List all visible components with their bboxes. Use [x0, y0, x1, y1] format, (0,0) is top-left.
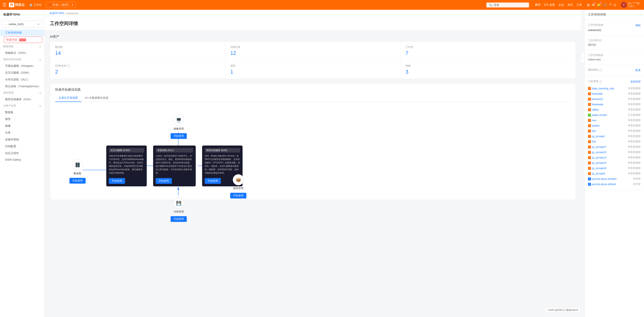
resource-icon: 云: [588, 151, 591, 154]
resource-type: 专有资源组: [628, 161, 640, 165]
sidebar: 机器学习PAI ← online_hz01 ▼ 工作空间详情 快速开始 NEW …: [0, 10, 45, 317]
nav-link-icp[interactable]: ICP 备案: [544, 3, 555, 7]
resource-type: 专有资源组: [628, 134, 640, 138]
workspace-desc-label: 工作空间描述: [588, 53, 640, 57]
resource-name[interactable]: 云 qz_private16: [588, 167, 606, 170]
breadcrumb-workspace: onlinehz01: [66, 12, 79, 15]
resource-name[interactable]: 云 testssdds: [588, 92, 603, 95]
resource-name[interactable]: 云 pai-test-qizuo-another: [588, 177, 617, 180]
tab-ai-bigdata[interactable]: AI+大数据最佳实践: [81, 94, 112, 102]
dlc-start-btn[interactable]: 开始使用: [156, 178, 172, 184]
asset-value[interactable]: 2: [55, 69, 220, 75]
asset-value[interactable]: 12: [230, 50, 395, 56]
resource-name[interactable]: 云 qz_private27: [588, 146, 606, 148]
dlc-desc: 云原生一站式的深度学习训练平台，为您提供灵活、稳定、易用和高性能的机器学习训练环…: [156, 154, 193, 175]
resource-name[interactable]: 云 sdffsd: [588, 108, 599, 111]
search-box[interactable]: 🔍: [486, 2, 529, 7]
right-panel-collapse-btn[interactable]: ›: [581, 52, 584, 63]
workspace-desc-section: 工作空间描述 online test: [584, 50, 644, 65]
sidebar-item-dlc[interactable]: 分布式训练（DLC）: [0, 76, 44, 83]
info-icon[interactable]: ?: [67, 64, 70, 67]
cart-icon[interactable]: 🛒: [603, 3, 607, 7]
list-item: 云 public-cluster 公共资源组: [588, 112, 640, 118]
user-info[interactable]: P pai_*****@... 主账号: [621, 2, 642, 8]
resource-name[interactable]: 云 qz_private9: [588, 172, 605, 175]
compute-info-icon[interactable]: ?: [599, 80, 602, 83]
section-header-ai-asset[interactable]: AI资产管理 ∧: [0, 103, 44, 109]
resource-icon: 云: [588, 103, 591, 106]
chevron-down-icon: ▼: [71, 4, 74, 6]
sidebar-item-experiment[interactable]: 实验对照组: [0, 136, 44, 143]
right-panel-title: 工作空间详情: [588, 13, 606, 16]
section-header-model-dev[interactable]: 模型开发与训练 ∧: [0, 56, 44, 62]
sidebar-item-dsw[interactable]: 交互式建模（DSW）: [0, 69, 44, 76]
sidebar-item-code-config[interactable]: 代码配置: [0, 143, 44, 150]
resource-name[interactable]: 云 rere: [588, 119, 596, 122]
resource-name[interactable]: 云 public-cluster: [588, 114, 607, 117]
sidebar-item-model[interactable]: 模型: [0, 116, 44, 123]
nav-link-workorder[interactable]: 工单: [576, 3, 582, 7]
edit-link[interactable]: 编辑: [636, 24, 640, 27]
section-header-data-prep[interactable]: 数据准备 ∧: [0, 43, 44, 49]
resource-name[interactable]: 云 N/A: [588, 140, 596, 143]
sidebar-item-image[interactable]: 镜像: [0, 123, 44, 129]
sidebar-item-designer[interactable]: 可视化建模（Designer）: [0, 62, 44, 69]
grid-icon[interactable]: ⊞: [587, 3, 590, 7]
resource-name[interactable]: 云 qz_private1: [588, 135, 605, 138]
eas-start-btn[interactable]: 开始使用: [205, 178, 221, 184]
region-selector[interactable]: 📍 华东1（杭州） ▼: [46, 2, 76, 8]
asset-value[interactable]: 1: [230, 69, 395, 75]
sidebar-item-dsw-gallery[interactable]: DSW Gallery: [0, 157, 44, 163]
resource-name[interactable]: 云 test: [588, 130, 596, 133]
model-mgmt-start-btn[interactable]: 开始使用: [230, 193, 246, 199]
asset-value[interactable]: 14: [55, 50, 220, 56]
asset-value[interactable]: 7: [406, 50, 570, 56]
sidebar-item-task[interactable]: 任务: [0, 129, 44, 136]
sidebar-item-eas[interactable]: 模型在线服务（EAS）: [0, 96, 44, 103]
bell-icon[interactable]: 🔔: [597, 3, 601, 7]
resource-name[interactable]: 云 qz_private15: [588, 161, 606, 164]
sidebar-item-dataset[interactable]: 数据集: [0, 109, 44, 116]
tab-cloud-native[interactable]: 云原生开发场景: [55, 94, 81, 102]
dsw-title: 交互式建模 (DSW): [109, 148, 144, 153]
sidebar-item-custom-component[interactable]: 自定义组件: [0, 150, 44, 157]
asset-value[interactable]: 3: [406, 69, 570, 75]
dataset-start-btn[interactable]: 开始使用: [70, 178, 86, 184]
nav-link-support[interactable]: 支持: [567, 3, 573, 7]
message-icon[interactable]: ✉: [592, 3, 594, 7]
resource-name[interactable]: 云 deep_learning_only: [588, 87, 614, 90]
resource-icon: 云: [588, 114, 591, 117]
breadcrumb: 机器学习PAI / onlinehz01: [45, 10, 581, 17]
resource-name[interactable]: 云 qz_private13: [588, 156, 606, 159]
search-input[interactable]: [494, 3, 526, 6]
notification-info-icon[interactable]: ?: [599, 69, 602, 72]
resource-name[interactable]: 云 frewtewtw: [588, 103, 603, 106]
main-content: 机器学习PAI / onlinehz01 工作空间详情 AI资产 数据集 14: [45, 10, 581, 317]
sidebar-item-itag[interactable]: 智能标注（iTAG）: [0, 49, 44, 56]
nav-link-enterprise[interactable]: 企业: [558, 3, 564, 7]
sidebar-item-training-service[interactable]: 算法训练（TrainingService）: [0, 83, 44, 90]
resource-mgmt-link[interactable]: 资源管理: [630, 80, 640, 84]
code-start-btn[interactable]: 开始使用: [170, 216, 187, 222]
menu-icon[interactable]: ☰: [2, 2, 6, 7]
section-header-model-deploy[interactable]: 模型部署 ∧: [0, 90, 44, 96]
quick-start-section: 快速开始最佳实践 云原生开发场景 AI+大数据最佳实践: [50, 83, 576, 200]
sidebar-item-quick-start[interactable]: 快速开始 NEW: [4, 36, 42, 43]
question-icon[interactable]: ⊙: [613, 3, 616, 7]
image-start-btn[interactable]: 开始使用: [170, 133, 187, 139]
resource-name[interactable]: 云 testbla: [588, 124, 599, 127]
breadcrumb-pai[interactable]: 机器学习PAI: [50, 11, 64, 15]
notification-config-link[interactable]: 配置: [636, 68, 640, 72]
avatar: P: [621, 2, 627, 8]
help-icon[interactable]: ?: [610, 3, 612, 7]
right-panel-expand-icon[interactable]: ›: [640, 13, 640, 16]
nav-link-cost[interactable]: 费用: [535, 3, 540, 7]
workspace-selector[interactable]: ← online_hz01 ▼: [2, 21, 42, 28]
resource-name[interactable]: 云 pai-test-qizuo-default: [588, 183, 616, 186]
resource-type: 专有资源组: [628, 166, 640, 170]
resource-name[interactable]: 云 qz_private22: [588, 151, 606, 154]
resource-name[interactable]: 云 eteset222: [588, 98, 603, 101]
workspace-nav[interactable]: 🏠 工作台: [27, 2, 44, 8]
dsw-start-btn[interactable]: 开始使用: [109, 178, 125, 184]
sidebar-item-workspace-detail[interactable]: 工作空间详情: [0, 29, 44, 36]
